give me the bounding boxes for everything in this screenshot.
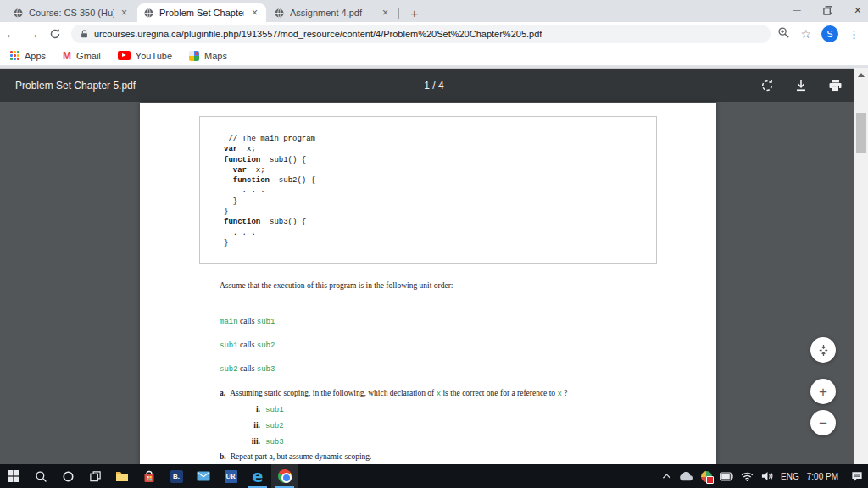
pdf-toolbar: Problem Set Chapter 5.pdf 1 / 4: [0, 68, 868, 102]
apps-grid-icon: [10, 51, 19, 60]
print-icon[interactable]: [828, 79, 843, 92]
gmail-icon: M: [63, 50, 71, 62]
scrollbar[interactable]: [854, 68, 868, 464]
question-b-label: b.: [220, 452, 226, 461]
close-window-button[interactable]: ×: [854, 4, 861, 16]
taskbar-search-button[interactable]: [27, 464, 54, 488]
question-b: b.Repeat part a, but assume dynamic scop…: [220, 452, 371, 461]
onedrive-cloud-icon[interactable]: [679, 472, 693, 481]
ur-app-button[interactable]: UR: [217, 464, 244, 488]
fit-icon: [817, 344, 830, 357]
address-bar-actions: ☆ S ⋮: [777, 25, 868, 42]
reload-icon[interactable]: [44, 28, 66, 40]
bookmark-gmail[interactable]: M Gmail: [63, 50, 101, 62]
taskbar: B. UR e ENG 7:00 PM: [0, 464, 868, 488]
code-line: var x;: [224, 144, 656, 154]
scrollbar-thumb[interactable]: [856, 113, 866, 153]
battery-icon[interactable]: [720, 472, 733, 481]
option-row: i.sub1: [220, 405, 284, 414]
language-indicator[interactable]: ENG: [781, 472, 799, 481]
globe-favicon-icon: [274, 8, 285, 19]
youtube-icon: [118, 51, 131, 60]
chrome-button[interactable]: [271, 464, 298, 488]
globe-favicon-icon: [13, 8, 24, 19]
search-icon: [35, 470, 47, 483]
profile-avatar[interactable]: S: [821, 25, 838, 42]
fit-to-page-button[interactable]: [810, 337, 836, 363]
download-icon[interactable]: [794, 79, 808, 92]
pdf-actions: [760, 79, 843, 92]
scroll-up-icon[interactable]: [858, 73, 865, 77]
bookmarks-bar: Apps M Gmail YouTube Maps: [0, 46, 868, 66]
browser-menu-icon[interactable]: ⋮: [849, 28, 860, 41]
tab-course-page[interactable]: Course: CS 350 (Hu): Programmin ×: [7, 3, 136, 22]
file-explorer-button[interactable]: [108, 464, 136, 488]
hidden-icons-chevron-icon[interactable]: [662, 473, 671, 480]
code-line: }: [224, 207, 656, 217]
bookmark-youtube[interactable]: YouTube: [118, 51, 172, 61]
question-a: a.Assuming static scoping, in the follow…: [220, 389, 694, 398]
cortana-icon: [62, 470, 75, 483]
bookmark-label: Apps: [25, 51, 46, 61]
mail-icon: [197, 471, 210, 481]
browser-tab-strip: Course: CS 350 (Hu): Programmin × Proble…: [0, 0, 868, 22]
lock-icon: [80, 29, 89, 39]
code-line: . . .: [224, 186, 656, 196]
tab-assignment-pdf[interactable]: Assignment 4.pdf ×: [268, 3, 397, 22]
tab-close-icon[interactable]: ×: [249, 7, 260, 19]
store-button[interactable]: [136, 464, 163, 488]
start-button[interactable]: [0, 464, 27, 488]
bookmark-maps[interactable]: Maps: [189, 51, 227, 61]
windows-logo-icon: [8, 470, 19, 482]
bookmark-label: Maps: [204, 51, 227, 61]
rotate-icon[interactable]: [760, 79, 774, 92]
wifi-icon[interactable]: [741, 472, 754, 481]
tab-close-icon[interactable]: ×: [380, 7, 391, 19]
code-line: // The main program: [224, 134, 656, 144]
option-row: ii.sub2: [220, 421, 284, 430]
call-sequence-line: sub2 calls sub3: [220, 359, 275, 374]
tab-problem-set-pdf[interactable]: Problem Set Chapter 5.pdf ×: [137, 3, 266, 22]
url-text: urcourses.uregina.ca/pluginfile.php/1913…: [94, 29, 542, 39]
edge-button[interactable]: e: [244, 464, 271, 488]
code-block: // The main programvar x;function sub1()…: [200, 117, 656, 248]
ur-app-icon: UR: [225, 470, 237, 483]
call-sequence-line: sub1 calls sub2: [220, 336, 275, 351]
new-tab-button[interactable]: +: [405, 6, 424, 21]
url-field[interactable]: urcourses.uregina.ca/pluginfile.php/1913…: [71, 25, 771, 43]
clock[interactable]: 7:00 PM: [807, 472, 838, 481]
forward-icon[interactable]: →: [22, 27, 44, 41]
pdf-viewer-area: // The main programvar x;function sub1()…: [0, 102, 868, 464]
code-line: }: [224, 238, 656, 248]
tab-close-icon[interactable]: ×: [119, 7, 130, 19]
screen: Course: CS 350 (Hu): Programmin × Proble…: [0, 0, 868, 488]
mail-button[interactable]: [190, 464, 217, 488]
antivirus-icon[interactable]: [701, 471, 712, 482]
blackboard-app-button[interactable]: B.: [163, 464, 190, 488]
b-app-icon: B.: [170, 470, 183, 483]
task-view-button[interactable]: [81, 464, 108, 488]
tab-title: Course: CS 350 (Hu): Programmin: [29, 8, 114, 18]
action-center-icon[interactable]: [851, 471, 863, 482]
restore-button[interactable]: [823, 6, 832, 15]
folder-icon: [115, 470, 129, 482]
bookmark-apps[interactable]: Apps: [10, 51, 46, 61]
tab-title: Problem Set Chapter 5.pdf: [159, 8, 244, 18]
zoom-in-button[interactable]: +: [810, 379, 836, 404]
code-line: function sub3() {: [224, 217, 656, 227]
globe-favicon-icon: [143, 8, 154, 19]
minimize-button[interactable]: —: [793, 7, 801, 14]
option-row: iii.sub3: [220, 437, 284, 446]
maps-icon: [189, 51, 199, 61]
bookmark-star-icon[interactable]: ☆: [800, 28, 811, 40]
question-a-label: a.: [220, 389, 225, 397]
cortana-button[interactable]: [54, 464, 81, 488]
zoom-icon[interactable]: [777, 26, 790, 42]
chrome-icon: [278, 469, 292, 483]
volume-icon[interactable]: [761, 471, 773, 481]
store-bag-icon: [143, 470, 155, 483]
tab-title: Assignment 4.pdf: [290, 8, 375, 18]
zoom-out-button[interactable]: −: [810, 410, 836, 435]
code-line: function sub2() {: [224, 175, 656, 186]
back-icon[interactable]: ←: [0, 27, 22, 41]
